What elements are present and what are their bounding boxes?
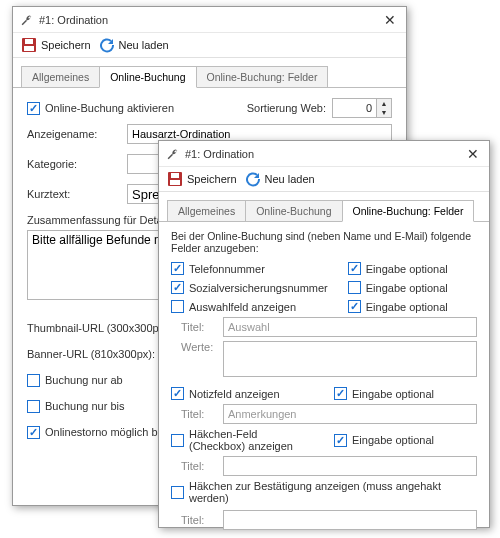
checkbox-phone[interactable] [171, 262, 184, 275]
window-title: #1: Ordination [185, 148, 463, 160]
close-icon[interactable]: ✕ [463, 146, 483, 162]
tab-allgemeines[interactable]: Allgemeines [167, 200, 246, 221]
checkbox-confirm-show[interactable] [171, 486, 184, 499]
optional-label: Eingabe optional [352, 388, 434, 400]
checkbox-storno[interactable] [27, 426, 40, 439]
from-label: Buchung nur ab [45, 374, 123, 386]
sort-value: 0 [333, 102, 376, 114]
save-button[interactable]: Speichern [167, 171, 237, 187]
reload-button[interactable]: Neu laden [99, 37, 169, 53]
svg-rect-1 [25, 39, 33, 44]
window-title: #1: Ordination [39, 14, 380, 26]
titlebar: #1: Ordination ✕ [159, 141, 489, 167]
checkbox-from[interactable] [27, 374, 40, 387]
banner-label: Banner-URL (810x300px): [27, 348, 155, 360]
toolbar: Speichern Neu laden [13, 33, 406, 58]
reload-button[interactable]: Neu laden [245, 171, 315, 187]
toolbar: Speichern Neu laden [159, 167, 489, 192]
spinner-up-icon[interactable]: ▲ [377, 99, 391, 108]
tabbar: Allgemeines Online-Buchung Online-Buchun… [13, 58, 406, 88]
note-title-label: Titel: [181, 408, 223, 420]
checkbox-ssn-optional[interactable] [348, 281, 361, 294]
svg-rect-5 [170, 180, 180, 185]
checkbox-until[interactable] [27, 400, 40, 413]
checkbox-activate[interactable] [27, 102, 40, 115]
name-label: Anzeigename: [27, 128, 127, 140]
optional-label: Eingabe optional [366, 282, 448, 294]
wrench-icon [19, 13, 33, 27]
save-label: Speichern [187, 173, 237, 185]
optional-label: Eingabe optional [366, 301, 448, 313]
sort-spinner[interactable]: 0 ▲▼ [332, 98, 392, 118]
checkbox-check-optional[interactable] [334, 434, 347, 447]
save-label: Speichern [41, 39, 91, 51]
optional-label: Eingabe optional [352, 434, 434, 446]
svg-rect-4 [171, 173, 179, 178]
tab-online-buchung[interactable]: Online-Buchung [99, 66, 196, 88]
spinner-down-icon[interactable]: ▼ [377, 108, 391, 117]
tabbar: Allgemeines Online-Buchung Online-Buchun… [159, 192, 489, 222]
panel-felder: Bei der Online-Buchung sind (neben Name … [159, 222, 489, 538]
titlebar: #1: Ordination ✕ [13, 7, 406, 33]
window-ordination-front: #1: Ordination ✕ Speichern Neu laden All… [158, 140, 490, 528]
short-label: Kurztext: [27, 188, 127, 200]
close-icon[interactable]: ✕ [380, 12, 400, 28]
sort-label: Sortierung Web: [247, 102, 326, 114]
select-werte-label: Werte: [181, 341, 223, 353]
tab-allgemeines[interactable]: Allgemeines [21, 66, 100, 87]
checkbox-note-optional[interactable] [334, 387, 347, 400]
confirm-show-label: Häkchen zur Bestätigung anzeigen (muss a… [189, 480, 477, 504]
check-title-input[interactable] [223, 456, 477, 476]
checkbox-select-optional[interactable] [348, 300, 361, 313]
save-button[interactable]: Speichern [21, 37, 91, 53]
phone-label: Telefonnummer [189, 263, 265, 275]
cat-label: Kategorie: [27, 158, 127, 170]
optional-label: Eingabe optional [366, 263, 448, 275]
intro-text: Bei der Online-Buchung sind (neben Name … [171, 230, 477, 254]
checkbox-note-show[interactable] [171, 387, 184, 400]
check-title-label: Titel: [181, 460, 223, 472]
select-werte-textarea[interactable] [223, 341, 477, 377]
select-title-label: Titel: [181, 321, 223, 333]
checkbox-select-show[interactable] [171, 300, 184, 313]
select-show-label: Auswahlfeld anzeigen [189, 301, 296, 313]
storno-label: Onlinestorno möglich bis [45, 426, 165, 438]
tab-online-buchung[interactable]: Online-Buchung [245, 200, 342, 221]
checkbox-ssn[interactable] [171, 281, 184, 294]
reload-label: Neu laden [119, 39, 169, 51]
svg-rect-2 [24, 46, 34, 51]
activate-label: Online-Buchung aktivieren [45, 102, 174, 114]
tab-online-buchung-felder[interactable]: Online-Buchung: Felder [196, 66, 329, 87]
confirm-title-input[interactable] [223, 510, 477, 530]
thumb-label: Thumbnail-URL (300x300px): [27, 322, 171, 334]
note-title-input[interactable] [223, 404, 477, 424]
checkbox-check-show[interactable] [171, 434, 184, 447]
confirm-title-label: Titel: [181, 514, 223, 526]
ssn-label: Sozialversicherungsnummer [189, 282, 328, 294]
tab-online-buchung-felder[interactable]: Online-Buchung: Felder [342, 200, 475, 222]
check-show-label: Häkchen-Feld (Checkbox) anzeigen [189, 428, 314, 452]
until-label: Buchung nur bis [45, 400, 125, 412]
wrench-icon [165, 147, 179, 161]
note-show-label: Notizfeld anzeigen [189, 388, 280, 400]
checkbox-phone-optional[interactable] [348, 262, 361, 275]
select-title-input[interactable] [223, 317, 477, 337]
reload-label: Neu laden [265, 173, 315, 185]
